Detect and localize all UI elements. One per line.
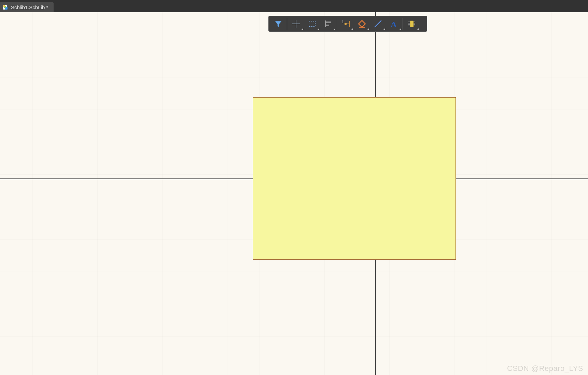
document-tab-title: Schlib1.SchLib * [11, 4, 48, 10]
schematic-canvas[interactable]: 1 [0, 12, 588, 375]
dropdown-indicator-icon [417, 28, 419, 30]
dropdown-indicator-icon [333, 28, 335, 30]
align-left-icon [324, 19, 333, 28]
place-line-button[interactable] [370, 17, 386, 31]
crosshair-icon [292, 19, 300, 28]
svg-point-11 [344, 23, 346, 25]
svg-rect-9 [326, 25, 329, 26]
toolbar-divider [337, 18, 337, 30]
place-part-button[interactable] [404, 17, 420, 31]
filter-button[interactable] [270, 17, 286, 31]
snap-pin-icon: 1 [341, 19, 351, 28]
svg-text:A: A [391, 20, 397, 28]
move-button[interactable] [288, 17, 304, 31]
tab-strip: Schlib1.SchLib * [0, 0, 588, 12]
dropdown-indicator-icon [317, 28, 319, 30]
selection-button[interactable] [304, 17, 320, 31]
svg-rect-17 [410, 21, 414, 27]
svg-line-15 [375, 21, 381, 27]
align-button[interactable] [320, 17, 336, 31]
svg-text:1: 1 [342, 20, 344, 24]
place-text-button[interactable]: A [386, 17, 402, 31]
schlib-doc-icon [3, 4, 8, 10]
watermark-text: CSDN @Reparo_LYS [507, 364, 583, 373]
dropdown-indicator-icon [383, 28, 385, 30]
component-body-rectangle[interactable] [253, 97, 456, 260]
funnel-icon [274, 19, 283, 28]
active-bar-toolbar: 1 [268, 16, 427, 32]
place-polygon-button[interactable] [354, 17, 370, 31]
toolbar-divider [287, 18, 287, 30]
dropdown-indicator-icon [399, 28, 401, 30]
svg-rect-6 [309, 21, 315, 27]
line-icon [374, 19, 382, 28]
svg-rect-8 [326, 21, 331, 23]
snap-button[interactable]: 1 [338, 17, 354, 31]
selection-marquee-icon [308, 19, 317, 28]
dropdown-indicator-icon [367, 28, 369, 30]
dropdown-indicator-icon [351, 28, 353, 30]
svg-rect-3 [3, 5, 5, 7]
dropdown-indicator-icon [301, 28, 303, 30]
text-A-icon: A [390, 19, 398, 28]
polygon-icon [358, 19, 366, 28]
document-tab[interactable]: Schlib1.SchLib * [0, 2, 54, 12]
toolbar-divider [403, 18, 403, 30]
ic-chip-icon [407, 19, 416, 28]
